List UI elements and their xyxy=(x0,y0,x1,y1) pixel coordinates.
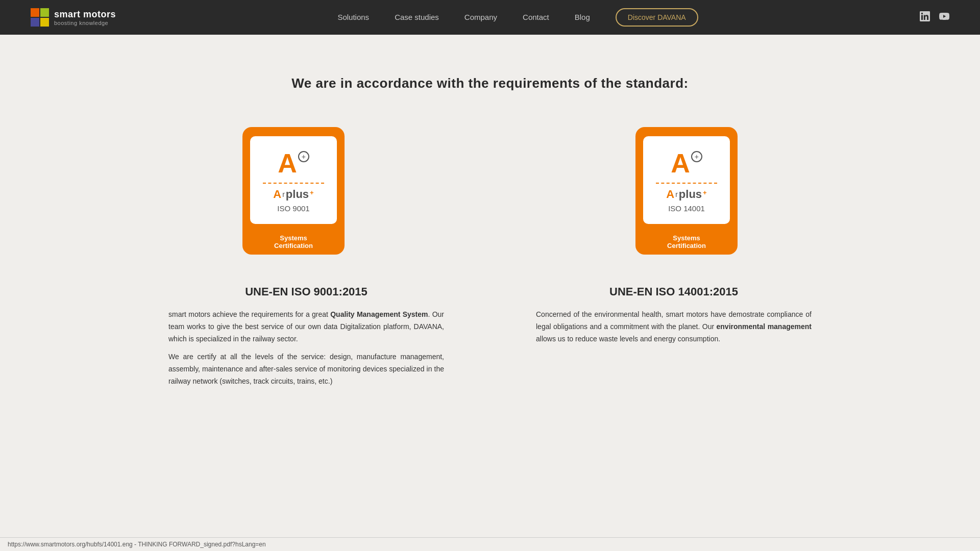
iso9001-footer: SystemsCertification xyxy=(250,229,337,255)
brand-name: smart motors xyxy=(54,9,116,20)
linkedin-icon xyxy=(920,11,930,21)
descriptions-row: UNE-EN ISO 9001:2015 smart motors achiev… xyxy=(102,285,878,394)
navbar: smart motors boosting knowledge Solution… xyxy=(0,0,980,35)
iso14001-description: UNE-EN ISO 14001:2015 Concerned of the e… xyxy=(536,285,812,394)
iso14001-iso-text: ISO 14001 xyxy=(668,204,705,213)
iso14001-plus-circle: + xyxy=(691,151,702,162)
iso14001-footer: SystemsCertification xyxy=(643,229,730,255)
iso9001-badge: A + A r plus + ISO 9001 SystemsCertifica… xyxy=(242,127,345,255)
linkedin-link[interactable] xyxy=(920,11,930,24)
nav-contact[interactable]: Contact xyxy=(523,13,549,22)
iso9001-description: UNE-EN ISO 9001:2015 smart motors achiev… xyxy=(168,285,444,394)
logo-icon xyxy=(31,8,49,27)
nav-blog[interactable]: Blog xyxy=(575,13,590,22)
nav-discover[interactable]: Discover DAVANA xyxy=(616,8,698,27)
youtube-icon xyxy=(939,11,949,21)
iso14001-title: UNE-EN ISO 14001:2015 xyxy=(536,285,812,298)
iso14001-badge-inner: A + A r plus + ISO 14001 xyxy=(643,136,730,224)
iso9001-badge-inner: A + A r plus + ISO 9001 xyxy=(250,136,337,224)
status-bar: https://www.smartmotors.org/hubfs/14001.… xyxy=(0,537,980,551)
iso9001-a-container: A + xyxy=(278,150,309,177)
iso9001-title: UNE-EN ISO 9001:2015 xyxy=(168,285,444,298)
main-nav: Solutions Case studies Company Contact B… xyxy=(337,8,698,27)
certifications-badges-row: A + A r plus + ISO 9001 SystemsCertifica… xyxy=(102,127,878,255)
youtube-link[interactable] xyxy=(939,11,949,24)
iso14001-a-letter: A xyxy=(671,150,690,177)
iso14001-a-container: A + xyxy=(671,150,702,177)
main-content: We are in accordance with the requiremen… xyxy=(0,35,980,445)
iso14001-text: Concerned of the environmental health, s… xyxy=(536,309,812,345)
iso9001-a-letter: A xyxy=(278,150,297,177)
iso9001-dotted-line xyxy=(263,183,324,184)
iso9001-text: smart motors achieve the requirements fo… xyxy=(168,309,444,388)
logo-text: smart motors boosting knowledge xyxy=(54,9,116,26)
nav-solutions[interactable]: Solutions xyxy=(337,13,369,22)
nav-case-studies[interactable]: Case studies xyxy=(395,13,439,22)
iso9001-iso-text: ISO 9001 xyxy=(277,204,309,213)
social-links xyxy=(920,11,949,24)
iso14001-dotted-line xyxy=(656,183,717,184)
iso14001-badge: A + A r plus + ISO 14001 SystemsCertific… xyxy=(635,127,738,255)
iso14001-brand-row: A r plus + xyxy=(666,188,706,201)
iso9001-brand-row: A r plus + xyxy=(273,188,313,201)
nav-company[interactable]: Company xyxy=(464,13,497,22)
logo[interactable]: smart motors boosting knowledge xyxy=(31,8,116,27)
brand-tagline: boosting knowledge xyxy=(54,20,116,26)
iso9001-plus-circle: + xyxy=(298,151,309,162)
section-title: We are in accordance with the requiremen… xyxy=(291,76,688,91)
discover-davana-button[interactable]: Discover DAVANA xyxy=(616,8,698,27)
status-url: https://www.smartmotors.org/hubfs/14001.… xyxy=(8,541,266,548)
